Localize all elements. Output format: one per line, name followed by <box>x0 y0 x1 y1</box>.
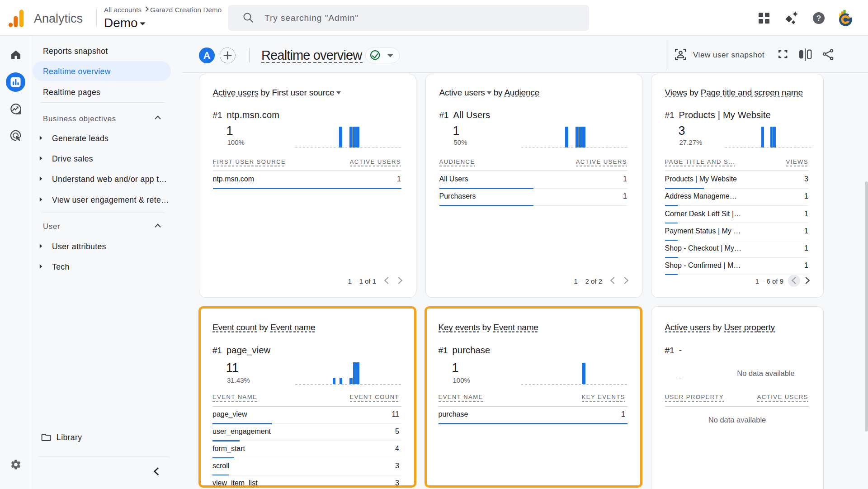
svg-text:A: A <box>203 50 211 61</box>
svg-text:?: ? <box>816 14 821 23</box>
